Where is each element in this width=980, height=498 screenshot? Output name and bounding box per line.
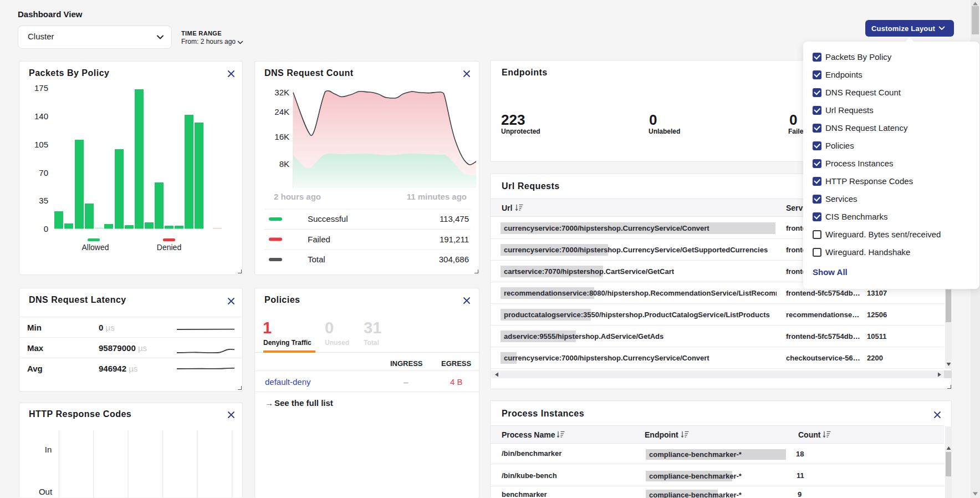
- svg-text:140: 140: [34, 111, 48, 121]
- svg-text:Successful: Successful: [308, 214, 348, 223]
- svg-text:2 hours ago: 2 hours ago: [274, 192, 321, 201]
- svg-text:Total: Total: [308, 255, 325, 264]
- svg-text:32K: 32K: [274, 88, 289, 97]
- svg-text:304,686: 304,686: [439, 255, 469, 264]
- svg-text:191,211: 191,211: [440, 235, 469, 244]
- svg-text:24K: 24K: [274, 107, 289, 116]
- svg-text:Failed: Failed: [308, 235, 330, 244]
- svg-text:Allowed: Allowed: [81, 243, 109, 252]
- svg-text:35: 35: [39, 196, 48, 205]
- svg-text:Denied: Denied: [157, 243, 181, 252]
- svg-text:11 minutes ago: 11 minutes ago: [407, 192, 467, 201]
- svg-text:Out: Out: [39, 487, 53, 496]
- svg-text:In: In: [45, 445, 52, 454]
- svg-text:0: 0: [44, 224, 48, 233]
- svg-text:8K: 8K: [279, 159, 289, 169]
- svg-text:16K: 16K: [274, 132, 289, 141]
- svg-text:70: 70: [39, 168, 48, 177]
- svg-text:105: 105: [34, 140, 48, 149]
- svg-text:113,475: 113,475: [440, 214, 469, 223]
- svg-text:175: 175: [34, 83, 48, 93]
